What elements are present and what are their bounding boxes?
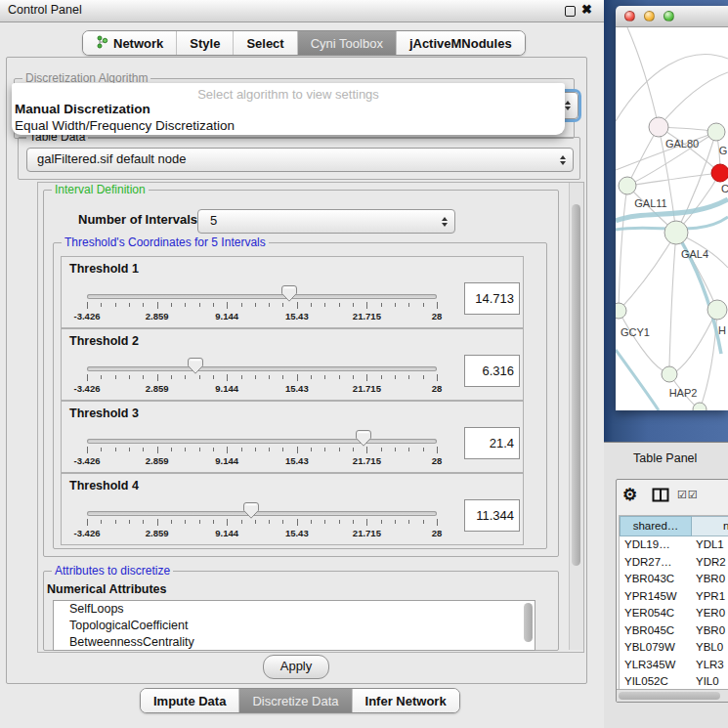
tick-mark (199, 375, 200, 379)
network-window-titlebar[interactable] (616, 6, 728, 27)
table-row[interactable]: YLR345WYLR3 (620, 657, 728, 674)
vertical-scrollbar[interactable] (569, 183, 583, 650)
tab-cyni-toolbox[interactable]: Cyni Toolbox (298, 31, 397, 55)
split-columns-icon[interactable] (652, 488, 669, 506)
network-node[interactable] (711, 164, 728, 182)
network-node[interactable] (707, 123, 725, 141)
tab-infer-network[interactable]: Infer Network (353, 689, 459, 712)
tick-mark (185, 375, 186, 379)
algorithm-option[interactable]: Manual Discretization (15, 102, 562, 118)
tab-jactivemnodules[interactable]: jActiveMNodules (397, 31, 525, 55)
table-data-group: Table Data galFiltered.sif default node (18, 137, 580, 180)
tick-mark (171, 448, 172, 451)
node-label: G (719, 145, 728, 156)
tick-label: 28 (412, 311, 461, 321)
apply-button[interactable]: Apply (263, 655, 329, 679)
tab-impute-data[interactable]: Impute Data (141, 689, 239, 712)
slider-track[interactable] (87, 439, 437, 444)
tick-label: 28 (412, 383, 461, 394)
tab-label: jActiveMNodules (409, 36, 512, 51)
network-node[interactable] (662, 366, 677, 382)
tick-mark (171, 375, 172, 379)
network-node[interactable] (619, 177, 636, 194)
cell-shared-name: YPR145W (620, 588, 692, 606)
float-window-icon[interactable] (565, 6, 576, 17)
network-node[interactable] (616, 303, 626, 319)
tick-mark (101, 520, 102, 524)
network-node[interactable] (693, 403, 707, 410)
threshold-panel: Threshold 2-3.4262.8599.14415.4321.71528… (61, 328, 524, 401)
table-row[interactable]: YIL052CYIL0 (620, 673, 728, 690)
tick-label: 2.859 (133, 311, 182, 321)
table-row[interactable]: YBL079WYBL0 (620, 639, 728, 657)
tick-mark (437, 302, 438, 309)
threshold-label: Threshold 2 (69, 334, 139, 348)
tick-mark (282, 520, 283, 524)
number-of-intervals-combobox[interactable]: 5 (197, 209, 455, 234)
network-node[interactable] (707, 300, 727, 320)
threshold-panel: Threshold 4-3.4262.8599.14415.4321.71528… (61, 473, 524, 545)
table-row[interactable]: YER054CYER0 (620, 605, 728, 622)
threshold-value-field[interactable]: 11.344 (464, 499, 520, 532)
table-row[interactable]: YDL19…YDL1 (620, 536, 728, 554)
attribute-list-item[interactable]: BetweennessCentrality (54, 634, 535, 651)
table-row[interactable]: YDR27…YDR2 (620, 554, 728, 572)
tick-mark (241, 375, 242, 379)
tick-mark (366, 447, 367, 453)
column-header-name[interactable]: n (692, 516, 728, 536)
cell-name: YER0 (692, 605, 728, 622)
tab-label: Style (190, 36, 220, 51)
tick-mark (157, 447, 158, 453)
bottom-tab-bar: Impute DataDiscretize DataInfer Network (140, 688, 460, 713)
threshold-value-field[interactable]: 14.713 (464, 282, 520, 315)
slider-thumb[interactable] (356, 430, 371, 447)
tab-network[interactable]: Network (83, 31, 177, 55)
tab-style[interactable]: Style (177, 31, 234, 55)
table-row[interactable]: YBR045CYBR0 (620, 622, 728, 640)
table-rows: YDL19…YDL1YDR27…YDR2YBR043CYBR0YPR145WYP… (620, 536, 728, 690)
tab-select[interactable]: Select (234, 31, 297, 55)
node-label: GAL80 (665, 138, 699, 150)
tick-mark (324, 303, 325, 307)
table-row[interactable]: YBR043CYBR0 (620, 571, 728, 588)
table-panel: Table Panel ⚙ ☑☑ shared… n YDL19…YDL1YDR… (604, 442, 728, 728)
table-row[interactable]: YPR145WYPR1 (620, 588, 728, 606)
slider-track[interactable] (87, 294, 437, 299)
list-scrollbar[interactable] (524, 603, 533, 642)
slider-thumb[interactable] (188, 358, 203, 374)
node-label: GAL4 (681, 248, 708, 260)
slider-thumb[interactable] (281, 285, 297, 302)
slider-track[interactable] (87, 511, 437, 516)
tick-label: 15.43 (273, 455, 321, 466)
zoom-traffic-light[interactable] (664, 11, 674, 21)
horizontal-scrollbar[interactable] (617, 689, 728, 702)
tab-label: Cyni Toolbox (311, 36, 383, 51)
attribute-list-item[interactable]: SelfLoops (54, 601, 535, 618)
column-header-shared-name[interactable]: shared… (620, 516, 692, 536)
tick-mark (395, 448, 396, 451)
gear-icon[interactable]: ⚙ (622, 485, 637, 505)
threshold-value-field[interactable]: 6.316 (464, 355, 520, 387)
tick-label: 9.144 (202, 528, 251, 538)
attribute-list-item[interactable]: TopologicalCoefficient (54, 618, 535, 634)
tick-mark (129, 303, 130, 307)
slider-track[interactable] (87, 366, 437, 371)
close-icon[interactable]: ✖ (581, 2, 592, 17)
slider-thumb[interactable] (243, 502, 259, 519)
network-node[interactable] (664, 221, 688, 244)
tick-mark (381, 448, 382, 451)
checkbox-icons[interactable]: ☑☑ (677, 489, 699, 501)
tick-label: 21.715 (342, 455, 391, 466)
network-edge (659, 72, 728, 127)
scrollbar-thumb[interactable] (619, 692, 720, 700)
minimize-traffic-light[interactable] (644, 11, 655, 21)
dropdown-hint: Select algorithm to view settings (12, 87, 565, 102)
close-traffic-light[interactable] (624, 11, 635, 21)
algorithm-option[interactable]: Equal Width/Frequency Discretization (15, 118, 562, 135)
network-canvas[interactable]: GAL80GCGAL11GAL4GCY1HHAP2 (616, 27, 728, 410)
threshold-value-field[interactable]: 21.4 (464, 427, 520, 459)
scrollbar-thumb[interactable] (572, 204, 580, 566)
table-data-combobox[interactable]: galFiltered.sif default node (26, 148, 574, 172)
network-node[interactable] (649, 117, 668, 137)
tab-discretize-data[interactable]: Discretize Data (239, 689, 352, 712)
